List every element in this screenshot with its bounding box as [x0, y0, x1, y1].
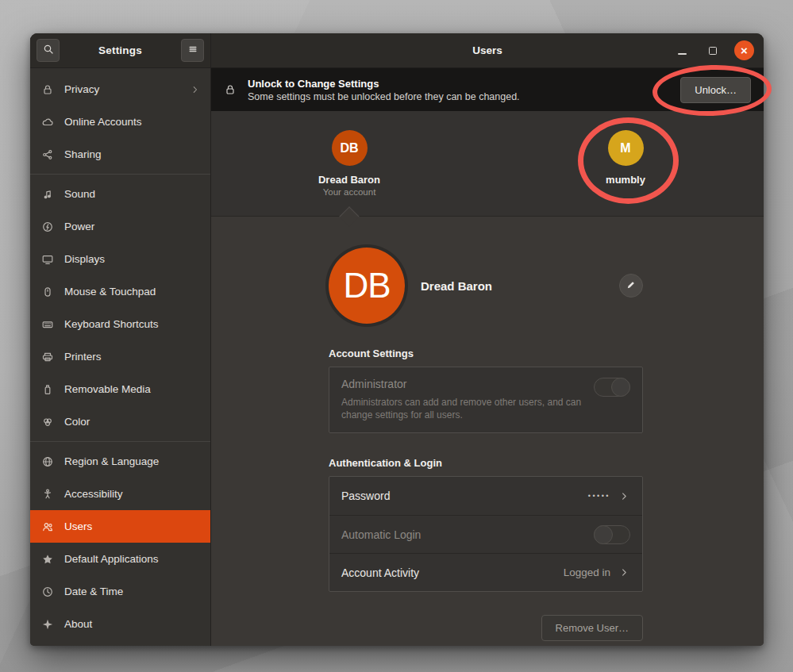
- sidebar-item-sound[interactable]: Sound: [30, 178, 210, 210]
- card-authentication-login: Password•••••Automatic LoginAccount Acti…: [329, 476, 643, 592]
- user-avatar-initials: DB: [340, 141, 358, 156]
- chevron-right-icon: [618, 566, 630, 578]
- sidebar-item-displays[interactable]: Displays: [30, 243, 210, 275]
- toggle-knob: [611, 378, 630, 397]
- password-value: •••••: [588, 492, 610, 500]
- search-icon: [42, 43, 55, 58]
- automatic-login-toggle: [594, 525, 630, 544]
- minimize-button[interactable]: [672, 41, 691, 60]
- sparkle-icon: [41, 618, 54, 631]
- printer-icon: [41, 351, 54, 363]
- sidebar-item-accessibility[interactable]: Accessibility: [30, 478, 210, 510]
- remove-user-button[interactable]: Remove User…: [541, 615, 643, 641]
- sidebar-item-about[interactable]: About: [30, 608, 210, 640]
- user-subtitle: Your account: [323, 187, 376, 197]
- close-button[interactable]: ×: [734, 40, 754, 60]
- row-right: [594, 378, 630, 397]
- close-icon: ×: [741, 44, 748, 56]
- section-heading-authentication-login: Authentication & Login: [329, 457, 643, 469]
- remove-user-row: Remove User…: [329, 615, 643, 641]
- sidebar-item-date-time[interactable]: Date & Time: [30, 575, 210, 608]
- sidebar-item-label: Color: [64, 416, 201, 428]
- cloud-icon: [41, 116, 54, 129]
- sidebar-separator: [30, 174, 210, 175]
- content-area: DB Dread Baron Account SettingsAdministr…: [211, 217, 764, 646]
- user-name: Dread Baron: [318, 174, 380, 186]
- sidebar-item-label: Date & Time: [64, 586, 201, 597]
- profile-name: Dread Baron: [421, 279, 619, 293]
- clock-icon: [41, 586, 54, 598]
- row-main: Account Activity: [341, 566, 554, 579]
- account-activity-value: Logged in: [564, 566, 610, 578]
- sidebar-item-power[interactable]: Power: [30, 210, 210, 243]
- sidebar-title: Settings: [66, 44, 175, 56]
- sidebar-item-users[interactable]: Users: [30, 510, 210, 543]
- row-password[interactable]: Password•••••: [329, 477, 642, 515]
- sidebar-item-keyboard-shortcuts[interactable]: Keyboard Shortcuts: [30, 308, 210, 340]
- row-description: Administrators can add and remove other …: [341, 396, 584, 421]
- administrator-toggle: [594, 378, 630, 397]
- sidebar-item-label: Power: [64, 221, 201, 232]
- row-main: AdministratorAdministrators can add and …: [341, 378, 584, 421]
- sidebar-item-printers[interactable]: Printers: [30, 340, 210, 373]
- unlock-button[interactable]: Unlock…: [680, 77, 751, 103]
- sidebar-item-mouse-touchpad[interactable]: Mouse & Touchpad: [30, 275, 210, 308]
- sidebar-item-label: Accessibility: [64, 488, 201, 500]
- sidebar-item-label: Sound: [64, 188, 201, 200]
- minimize-icon: [678, 53, 687, 55]
- power-icon: [41, 221, 54, 233]
- user-card-mumbly[interactable]: Mmumbly: [487, 111, 764, 216]
- menu-button[interactable]: [181, 39, 204, 62]
- card-account-settings: AdministratorAdministrators can add and …: [329, 367, 643, 433]
- sidebar-item-online-accounts[interactable]: Online Accounts: [30, 106, 210, 138]
- settings-window: Settings PrivacyOnline AccountsSharingSo…: [30, 33, 764, 646]
- sidebar-item-color[interactable]: Color: [30, 405, 210, 438]
- accessibility-icon: [41, 488, 54, 501]
- row-label: Account Activity: [341, 566, 554, 579]
- section-heading-account-settings: Account Settings: [329, 348, 643, 359]
- unlock-banner: Unlock to Change Settings Some settings …: [211, 68, 764, 111]
- row-account-activity[interactable]: Account ActivityLogged in: [329, 553, 642, 591]
- sidebar-item-removable-media[interactable]: Removable Media: [30, 373, 210, 405]
- maximize-button[interactable]: [703, 41, 722, 60]
- user-profile: DB Dread Baron: [329, 248, 643, 324]
- sidebar-item-label: Default Applications: [64, 553, 201, 565]
- maximize-icon: [709, 47, 717, 55]
- row-right: [594, 525, 630, 544]
- row-automatic-login: Automatic Login: [329, 515, 642, 553]
- settings-sections: Account SettingsAdministratorAdministrat…: [329, 348, 643, 592]
- sidebar-item-label: Users: [64, 520, 201, 532]
- toggle-knob: [594, 525, 613, 544]
- users-icon: [41, 520, 54, 533]
- share-icon: [41, 148, 54, 161]
- chevron-right-icon: [618, 490, 630, 502]
- user-avatar-initials: M: [620, 141, 630, 156]
- removable-media-icon: [41, 383, 54, 396]
- row-right: Logged in: [564, 566, 630, 578]
- sidebar-item-sharing[interactable]: Sharing: [30, 138, 210, 171]
- window-controls: ×: [672, 40, 764, 60]
- profile-avatar: DB: [329, 248, 405, 324]
- sidebar-item-label: Online Accounts: [64, 116, 201, 128]
- sidebar-separator: [30, 441, 210, 442]
- user-avatar-dread-baron: DB: [332, 130, 368, 166]
- search-button[interactable]: [37, 39, 60, 62]
- lock-icon: [224, 83, 237, 96]
- unlock-banner-text: Unlock to Change Settings Some settings …: [248, 77, 669, 103]
- profile-avatar-initials: DB: [343, 266, 390, 305]
- sidebar-item-default-applications[interactable]: Default Applications: [30, 543, 210, 575]
- unlock-banner-subtitle: Some settings must be unlocked before th…: [248, 90, 669, 103]
- sidebar-item-label: Displays: [64, 253, 201, 265]
- titlebar[interactable]: Users ×: [211, 33, 764, 68]
- sidebar-item-region-language[interactable]: Region & Language: [30, 445, 210, 478]
- sidebar-item-label: Printers: [64, 351, 201, 363]
- color-icon: [41, 416, 54, 428]
- user-name: mumbly: [606, 174, 645, 186]
- edit-name-button[interactable]: [619, 274, 643, 298]
- sidebar-item-label: Sharing: [64, 148, 201, 160]
- sidebar-item-label: Mouse & Touchpad: [64, 286, 201, 298]
- user-card-dread-baron[interactable]: DBDread BaronYour account: [211, 111, 487, 216]
- sidebar-item-privacy[interactable]: Privacy: [30, 73, 210, 106]
- pencil-icon: [626, 279, 637, 293]
- mouse-icon: [41, 286, 54, 298]
